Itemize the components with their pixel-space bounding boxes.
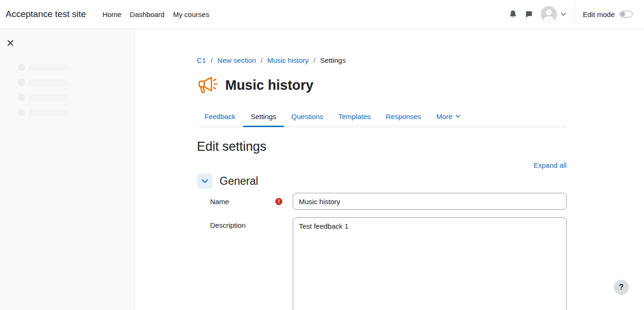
- tab-settings[interactable]: Settings: [243, 109, 284, 127]
- skeleton-item: [18, 94, 135, 101]
- chevron-down-icon: [561, 13, 566, 16]
- breadcrumb-course[interactable]: C1: [197, 54, 206, 67]
- edit-mode-toggle[interactable]: [619, 11, 633, 17]
- navbar-right: Edit mode: [505, 5, 633, 24]
- edit-mode-control: Edit mode: [583, 10, 633, 18]
- help-button[interactable]: ?: [614, 280, 629, 295]
- description-editor[interactable]: Test feedback 1: [293, 217, 567, 310]
- skeleton-item: [18, 78, 135, 86]
- general-section-title: General: [220, 175, 258, 188]
- skeleton-item: [18, 63, 135, 71]
- breadcrumb-current: Settings: [320, 54, 346, 67]
- skeleton-item: [18, 109, 135, 116]
- required-icon: !: [275, 198, 282, 205]
- close-drawer-icon[interactable]: [6, 38, 15, 48]
- breadcrumb-separator: /: [314, 54, 315, 67]
- edit-settings-heading: Edit settings: [197, 138, 567, 155]
- page-header: Music history: [197, 75, 567, 95]
- tab-responses[interactable]: Responses: [378, 109, 429, 127]
- tab-feedback[interactable]: Feedback: [197, 109, 243, 127]
- name-label: Name: [210, 198, 229, 206]
- breadcrumb-separator: /: [261, 54, 263, 67]
- page-title: Music history: [225, 78, 314, 93]
- breadcrumb: C1 / New section / Music history / Setti…: [197, 54, 567, 67]
- navbar-divider: [574, 5, 575, 24]
- description-field-row: Description Test feedback 1: [197, 217, 567, 310]
- toggle-knob: [620, 12, 625, 17]
- name-label-col: Name !: [197, 193, 293, 210]
- description-label: Description: [210, 221, 246, 229]
- user-menu[interactable]: [541, 6, 566, 23]
- expand-all-link[interactable]: Expand all: [534, 161, 567, 169]
- avatar: [541, 6, 557, 23]
- secondary-nav-tabs: Feedback Settings Questions Templates Re…: [197, 109, 567, 127]
- nav-link-home[interactable]: Home: [98, 10, 126, 18]
- messages-chat-icon[interactable]: [521, 6, 537, 22]
- site-brand[interactable]: Acceptance test site: [6, 9, 86, 19]
- loading-skeleton: [0, 63, 135, 124]
- expand-all-row: Expand all: [197, 161, 567, 171]
- tab-questions[interactable]: Questions: [284, 109, 331, 127]
- notifications-bell-icon[interactable]: [505, 6, 521, 22]
- description-label-col: Description: [197, 217, 293, 310]
- nav-link-dashboard[interactable]: Dashboard: [126, 10, 169, 18]
- nav-link-my-courses[interactable]: My courses: [169, 10, 213, 18]
- primary-nav: Home Dashboard My courses: [98, 10, 213, 18]
- edit-mode-label: Edit mode: [583, 10, 615, 18]
- top-navbar: Acceptance test site Home Dashboard My c…: [0, 0, 644, 29]
- tab-more[interactable]: More: [429, 109, 468, 127]
- breadcrumb-activity[interactable]: Music history: [267, 54, 309, 67]
- breadcrumb-section[interactable]: New section: [217, 54, 256, 67]
- chevron-down-icon: [202, 179, 208, 183]
- chevron-down-icon: [456, 115, 460, 118]
- megaphone-feedback-icon: [197, 75, 219, 95]
- name-field-row: Name !: [197, 193, 567, 210]
- course-index-drawer: [0, 29, 135, 310]
- tab-templates[interactable]: Templates: [331, 109, 378, 127]
- general-section-header: General: [197, 173, 567, 189]
- main-content: C1 / New section / Music history / Setti…: [186, 29, 578, 310]
- breadcrumb-separator: /: [211, 54, 212, 67]
- name-input[interactable]: [293, 193, 567, 210]
- collapse-general-button[interactable]: [197, 173, 212, 189]
